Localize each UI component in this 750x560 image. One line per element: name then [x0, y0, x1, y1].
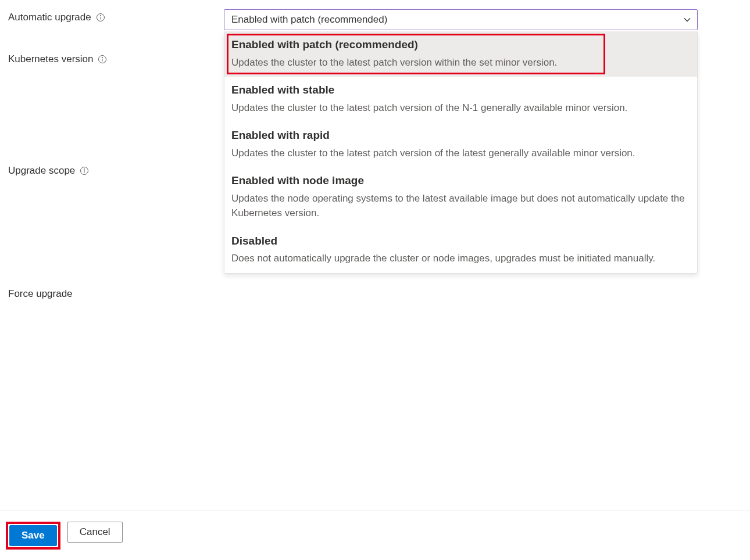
- kubernetes-version-label: Kubernetes version: [8, 53, 93, 65]
- option-desc: Updates the cluster to the latest patch …: [231, 146, 690, 161]
- row-kubernetes-version: Kubernetes version: [8, 51, 224, 65]
- row-force-upgrade: Force upgrade: [8, 286, 224, 300]
- option-title: Enabled with node image: [231, 173, 690, 189]
- dropdown-option-disabled[interactable]: Disabled Does not automatically upgrade …: [224, 228, 697, 273]
- svg-point-7: [84, 168, 85, 169]
- option-desc: Updates the cluster to the latest patch …: [231, 100, 690, 116]
- dropdown-option-node-image[interactable]: Enabled with node image Updates the node…: [224, 167, 697, 228]
- option-title: Enabled with patch (recommended): [231, 37, 690, 53]
- automatic-upgrade-dropdown[interactable]: Enabled with patch (recommended): [224, 9, 698, 30]
- row-upgrade-scope: Upgrade scope: [8, 163, 224, 177]
- info-icon[interactable]: [80, 166, 89, 175]
- cancel-button[interactable]: Cancel: [67, 522, 123, 543]
- dropdown-option-stable[interactable]: Enabled with stable Updates the cluster …: [224, 77, 697, 122]
- row-automatic-upgrade: Automatic upgrade Enabled with patch (re…: [8, 9, 742, 274]
- automatic-upgrade-label: Automatic upgrade: [8, 12, 91, 23]
- dropdown-option-rapid[interactable]: Enabled with rapid Updates the cluster t…: [224, 122, 697, 167]
- option-desc: Updates the node operating systems to th…: [231, 191, 690, 221]
- option-desc: Does not automatically upgrade the clust…: [231, 251, 690, 266]
- option-title: Enabled with rapid: [231, 128, 690, 143]
- save-button[interactable]: Save: [9, 525, 57, 546]
- chevron-down-icon: [683, 16, 691, 24]
- svg-point-4: [102, 57, 103, 58]
- label-col: Automatic upgrade: [8, 9, 224, 23]
- option-desc: Updates the cluster to the latest patch …: [231, 55, 690, 70]
- upgrade-scope-label: Upgrade scope: [8, 165, 75, 177]
- svg-point-1: [100, 15, 101, 16]
- dropdown-panel: Enabled with patch (recommended) Updates…: [224, 31, 698, 274]
- option-title: Disabled: [231, 234, 690, 249]
- info-icon[interactable]: [98, 55, 107, 64]
- dropdown-selected-value: Enabled with patch (recommended): [231, 14, 387, 26]
- control-col: Enabled with patch (recommended) Enabled…: [224, 9, 698, 274]
- force-upgrade-label: Force upgrade: [8, 288, 73, 300]
- footer-actions: Save Cancel: [0, 511, 750, 560]
- info-icon[interactable]: [96, 13, 105, 22]
- annotation-highlight: Save: [6, 522, 60, 550]
- form-area: Automatic upgrade Enabled with patch (re…: [0, 0, 750, 274]
- option-title: Enabled with stable: [231, 82, 690, 98]
- dropdown-option-patch[interactable]: Enabled with patch (recommended) Updates…: [224, 31, 697, 77]
